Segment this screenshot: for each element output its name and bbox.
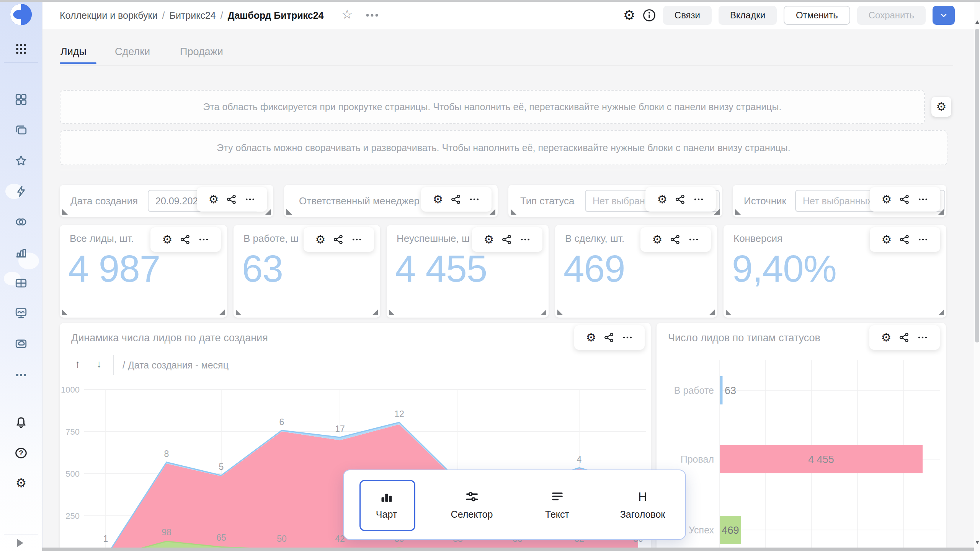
save-button[interactable]: Сохранить — [857, 6, 926, 25]
gear-icon[interactable]: ⚙ — [882, 234, 892, 245]
header-actions: ⚙ Связи Вкладки Отменить Сохранить — [623, 2, 955, 29]
kpi-card-conversion: Конверсия 9,40% ⚙ — [724, 225, 946, 318]
more-icon[interactable] — [520, 234, 531, 245]
fixed-drop-area[interactable]: Эта область фиксируется при прокрутке ст… — [60, 90, 925, 124]
links-icon[interactable] — [604, 332, 614, 343]
apps-grid-icon[interactable] — [13, 41, 29, 57]
breadcrumb-workbook[interactable]: Битрикс24 — [169, 10, 216, 21]
resize-handle-bottom-right[interactable] — [219, 310, 225, 315]
svg-text:В работе: В работе — [674, 385, 714, 396]
more-icon[interactable] — [469, 194, 480, 205]
gear-icon[interactable]: ⚙ — [652, 234, 663, 245]
title-more-icon[interactable] — [366, 12, 379, 20]
notifications-bell-icon[interactable] — [13, 415, 29, 430]
tabs-button[interactable]: Вкладки — [719, 6, 777, 25]
text-icon — [550, 490, 564, 504]
resize-handle-bottom-left[interactable] — [62, 209, 68, 215]
fixed-area-settings-button[interactable]: ⚙ — [931, 97, 951, 117]
vertical-scrollbar[interactable] — [974, 2, 980, 551]
sidebar-item-all-objects[interactable] — [13, 92, 29, 107]
links-icon[interactable] — [670, 234, 681, 245]
resize-handle-bottom-right[interactable] — [938, 310, 944, 315]
resize-handle-bottom-right[interactable] — [709, 310, 715, 315]
more-icon[interactable] — [693, 194, 704, 205]
gear-icon[interactable]: ⚙ — [209, 194, 219, 205]
help-icon[interactable]: ? — [13, 445, 29, 461]
gear-icon[interactable]: ⚙ — [882, 194, 892, 205]
gear-icon[interactable]: ⚙ — [162, 234, 173, 245]
links-icon[interactable] — [333, 234, 344, 245]
more-icon[interactable] — [245, 194, 255, 205]
add-selector-label: Селектор — [451, 509, 493, 520]
links-icon[interactable] — [501, 234, 512, 245]
favorite-star-icon[interactable]: ☆ — [341, 8, 353, 21]
datalens-dashboard-editor: ? ⚙ Коллекции и воркбуки / Битрикс24 / Д… — [0, 0, 980, 551]
datalens-logo[interactable] — [8, 3, 34, 26]
links-button[interactable]: Связи — [663, 6, 712, 25]
breadcrumb-separator: / — [220, 10, 223, 21]
resize-handle-bottom-left[interactable] — [511, 209, 516, 215]
sidebar-item-connections-icon[interactable] — [13, 184, 29, 199]
more-icon[interactable] — [198, 234, 209, 245]
resize-handle-bottom-left[interactable] — [389, 310, 395, 315]
links-icon[interactable] — [899, 194, 910, 205]
more-icon[interactable] — [918, 194, 928, 205]
svg-text:Провал: Провал — [681, 454, 714, 465]
more-icon[interactable] — [918, 234, 928, 245]
resize-handle-bottom-left[interactable] — [286, 209, 292, 215]
breadcrumb-collections[interactable]: Коллекции и воркбуки — [60, 10, 158, 21]
save-dropdown-button[interactable] — [933, 6, 955, 25]
sidebar-item-tables-icon[interactable] — [13, 276, 29, 291]
breadcrumb: Коллекции и воркбуки / Битрикс24 / Дашбо… — [60, 2, 323, 29]
sidebar-item-datasets-icon[interactable] — [13, 214, 29, 230]
resize-handle-bottom-left[interactable] — [735, 209, 741, 215]
links-icon[interactable] — [226, 194, 237, 205]
collapsible-drop-area[interactable]: Эту область можно сворачивать и разворач… — [60, 130, 947, 165]
tab-sales[interactable]: Продажи — [180, 46, 223, 58]
links-icon[interactable] — [899, 234, 910, 245]
gear-icon[interactable]: ⚙ — [881, 332, 892, 343]
scroll-down-icon[interactable] — [975, 541, 979, 544]
dashboard-settings-gear-icon[interactable]: ⚙ — [623, 8, 635, 22]
gear-icon[interactable]: ⚙ — [657, 194, 668, 205]
more-icon[interactable] — [917, 332, 928, 343]
svg-text:750: 750 — [65, 427, 80, 437]
links-icon[interactable] — [451, 194, 461, 205]
resize-handle-bottom-right[interactable] — [372, 310, 378, 315]
scroll-up-icon[interactable] — [975, 20, 979, 24]
gear-icon[interactable]: ⚙ — [586, 332, 596, 343]
gear-icon: ⚙ — [936, 101, 947, 112]
cancel-button[interactable]: Отменить — [784, 6, 850, 25]
sidebar-item-collections-icon[interactable] — [13, 122, 29, 138]
tab-leads[interactable]: Лиды — [60, 46, 87, 58]
sidebar-item-charts-icon[interactable] — [13, 245, 29, 260]
add-text-button[interactable]: Текст — [514, 470, 600, 539]
settings-gear-icon[interactable]: ⚙ — [13, 475, 29, 491]
more-icon[interactable] — [688, 234, 699, 245]
sidebar-expand-icon[interactable] — [17, 539, 23, 547]
links-icon[interactable] — [180, 234, 191, 245]
gear-icon[interactable]: ⚙ — [484, 234, 494, 245]
resize-handle-bottom-left[interactable] — [62, 310, 68, 315]
more-icon[interactable] — [622, 332, 633, 343]
links-icon[interactable] — [899, 332, 910, 343]
breadcrumb-dashboard-title: Дашборд Битрикс24 — [228, 10, 324, 21]
links-icon[interactable] — [675, 194, 686, 205]
add-selector-button[interactable]: Селектор — [429, 470, 514, 539]
resize-handle-bottom-left[interactable] — [236, 310, 242, 315]
resize-handle-bottom-left[interactable] — [557, 310, 563, 315]
sidebar-divider — [4, 62, 38, 63]
sidebar-item-favorites-icon[interactable] — [13, 153, 29, 168]
sidebar-item-files-icon[interactable] — [13, 336, 29, 351]
sidebar-item-dashboards-icon[interactable] — [13, 305, 29, 321]
gear-icon[interactable]: ⚙ — [433, 194, 443, 205]
scrollbar-thumb[interactable] — [975, 29, 979, 342]
tab-deals[interactable]: Сделки — [115, 46, 150, 58]
resize-handle-bottom-left[interactable] — [726, 310, 732, 315]
add-heading-button[interactable]: H Заголовок — [600, 470, 685, 539]
info-icon[interactable] — [642, 8, 656, 22]
sidebar-item-more-icon[interactable] — [13, 367, 29, 383]
more-icon[interactable] — [351, 234, 362, 245]
gear-icon[interactable]: ⚙ — [315, 234, 326, 245]
resize-handle-bottom-right[interactable] — [541, 310, 546, 315]
